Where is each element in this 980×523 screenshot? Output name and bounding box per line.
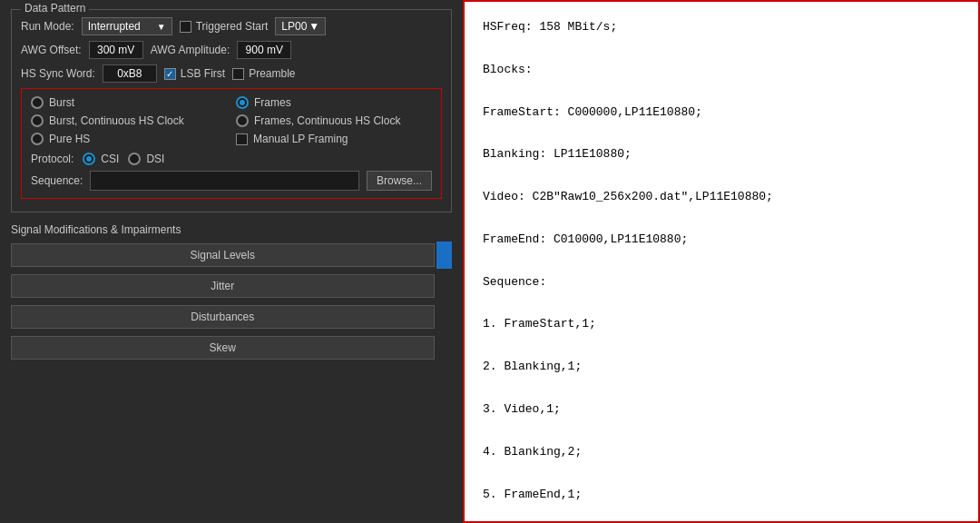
radio-pure-hs[interactable]: Pure HS [31,133,227,145]
code-line: FrameEnd: C010000,LP11E10880; [483,229,960,250]
code-line: Sequence: [483,271,960,292]
preamble-checkbox[interactable] [232,68,244,80]
signal-modifications-group: Signal Modifications & Impairments Signa… [11,223,452,365]
code-line: Blocks: [483,59,960,80]
radio-burst-cont-label: Burst, Continuous HS Clock [49,114,184,127]
code-line: HSFreq: 158 MBit/s; [483,16,960,37]
lp00-dropdown[interactable]: LP00 ▼ [275,17,326,35]
code-line [483,462,960,483]
skew-button[interactable]: Skew [11,336,435,360]
jitter-indicator [436,272,452,300]
lp00-arrow: ▼ [309,20,319,33]
code-line: 4. Blanking,2; [483,441,960,462]
protocol-csi-label: CSI [101,153,119,165]
radio-pure-hs-label: Pure HS [49,133,90,145]
radio-frames-cont[interactable]: Frames, Continuous HS Clock [236,114,432,127]
lsb-first-checkbox[interactable] [164,68,176,80]
hs-sync-row: HS Sync Word: 0xB8 LSB First Preamble [21,64,442,83]
run-mode-label: Run Mode: [21,20,74,33]
code-line: 2. Blanking,1; [483,356,960,377]
code-line: 5. FrameEnd,1; [483,484,960,505]
radio-frames-btn[interactable] [236,96,249,109]
sequence-row: Sequence: Browse... [31,171,432,191]
lsb-first-label: LSB First [181,67,225,80]
signal-levels-button[interactable]: Signal Levels [11,243,435,267]
code-line [483,165,960,186]
skew-row: Skew [11,334,452,361]
radio-burst-btn[interactable] [31,96,44,109]
skew-indicator [436,334,452,361]
code-line: Blanking: LP11E10880; [483,143,960,164]
code-line: Video: C2B"Raw10_256x200.dat",LP11E10880… [483,186,960,207]
data-pattern-title: Data Pattern [21,2,89,15]
hs-sync-value[interactable]: 0xB8 [103,64,157,83]
code-line [483,292,960,313]
radio-frames-cont-label: Frames, Continuous HS Clock [254,114,400,127]
data-pattern-group: Data Pattern Run Mode: Interrupted ▼ Tri… [11,9,452,212]
code-line [483,208,960,229]
radio-burst-cont[interactable]: Burst, Continuous HS Clock [31,114,227,127]
manual-lp-checkbox[interactable] [236,133,248,145]
preamble-label: Preamble [249,67,295,80]
radio-burst[interactable]: Burst [31,96,227,109]
code-line [483,335,960,356]
awg-offset-label: AWG Offset: [21,44,82,56]
protocol-dsi[interactable]: DSI [128,153,164,165]
disturbances-indicator [436,303,452,331]
radio-burst-label: Burst [49,96,74,109]
signal-modifications-title: Signal Modifications & Impairments [11,223,452,236]
manual-lp-label: Manual LP Framing [253,133,348,145]
disturbances-row: Disturbances [11,303,452,331]
signal-levels-indicator [436,242,452,269]
manual-lp-item[interactable]: Manual LP Framing [236,133,432,145]
code-line [483,37,960,58]
protocol-row: Protocol: CSI DSI [31,153,432,165]
radio-frames-label: Frames [254,96,291,109]
code-line: FrameStart: C000000,LP11E10880; [483,102,960,123]
code-line: 3. Video,1; [483,399,960,419]
lp00-value: LP00 [281,20,307,33]
awg-offset-value[interactable]: 300 mV [89,41,143,59]
awg-amplitude-label: AWG Amplitude: [151,44,230,56]
run-mode-row: Run Mode: Interrupted ▼ Triggered Start … [21,17,442,35]
code-line [483,123,960,143]
code-line [483,378,960,399]
radio-frames-cont-btn[interactable] [236,114,249,127]
triggered-start-label: Triggered Start [196,20,269,33]
preamble-container[interactable]: Preamble [232,67,295,80]
protocol-dsi-btn[interactable] [128,153,141,165]
browse-button[interactable]: Browse... [367,171,432,191]
sequence-input[interactable] [90,171,359,191]
radio-burst-cont-btn[interactable] [31,114,44,127]
protocol-label: Protocol: [31,153,74,165]
jitter-button[interactable]: Jitter [11,274,435,298]
triggered-start-container[interactable]: Triggered Start [180,20,269,33]
disturbances-button[interactable]: Disturbances [11,305,435,329]
radio-options-box: Burst Frames Burst, Continuous HS Clock … [21,88,442,199]
triggered-start-checkbox[interactable] [180,21,191,33]
hs-sync-label: HS Sync Word: [21,67,95,80]
left-panel: Data Pattern Run Mode: Interrupted ▼ Tri… [0,0,463,523]
code-line [483,419,960,440]
signal-levels-row: Signal Levels [11,242,452,269]
code-line: 1. FrameStart,1; [483,313,960,334]
protocol-dsi-label: DSI [146,153,164,165]
code-line [483,80,960,101]
run-mode-value: Interrupted [88,20,141,33]
sequence-label: Sequence: [31,174,83,187]
code-line [483,250,960,271]
protocol-csi[interactable]: CSI [83,153,119,165]
awg-amplitude-value[interactable]: 900 mV [237,41,291,59]
lsb-first-container[interactable]: LSB First [164,67,225,80]
jitter-row: Jitter [11,272,452,300]
awg-row: AWG Offset: 300 mV AWG Amplitude: 900 mV [21,41,442,59]
radio-frames[interactable]: Frames [236,96,432,109]
right-panel: HSFreq: 158 MBit/s; Blocks: FrameStart: … [463,0,980,523]
run-mode-dropdown[interactable]: Interrupted ▼ [82,17,172,35]
protocol-csi-btn[interactable] [83,153,95,165]
radio-grid: Burst Frames Burst, Continuous HS Clock … [31,96,432,145]
run-mode-arrow: ▼ [157,22,166,32]
radio-pure-hs-btn[interactable] [31,133,44,145]
